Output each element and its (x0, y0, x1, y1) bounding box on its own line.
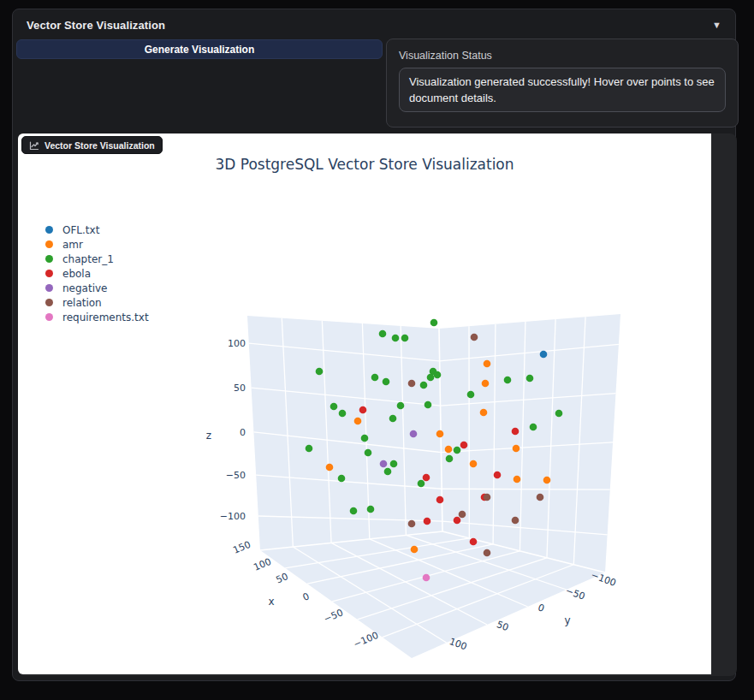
scatter-point-amr[interactable] (484, 360, 491, 368)
scatter-point-chapter_1[interactable] (338, 475, 346, 483)
scatter-point-chapter_1[interactable] (454, 447, 461, 454)
legend-dot (45, 284, 53, 292)
scatter-point-chapter_1[interactable] (424, 401, 432, 409)
scatter-point-relation[interactable] (537, 494, 544, 501)
scatter-point-amr[interactable] (354, 418, 362, 425)
scatter-point-chapter_1[interactable] (365, 449, 372, 457)
status-textbox[interactable]: Visualization generated successfully! Ho… (399, 68, 726, 112)
scatter-point-amr[interactable] (411, 546, 419, 554)
legend-item-amr[interactable]: amr (45, 237, 149, 252)
scatter-point-ebola[interactable] (460, 442, 468, 449)
scatter-point-amr[interactable] (445, 446, 453, 454)
scatter-point-chapter_1[interactable] (446, 455, 454, 463)
scatter-point-chapter_1[interactable] (350, 507, 358, 515)
scatter-point-OFL.txt[interactable] (540, 351, 548, 359)
scatter-point-amr[interactable] (480, 409, 488, 417)
scatter-point-chapter_1[interactable] (555, 410, 563, 418)
scatter-point-relation[interactable] (408, 380, 416, 388)
scatter-point-ebola[interactable] (359, 406, 367, 414)
legend-item-relation[interactable]: relation (45, 295, 149, 310)
x-axis-tick: −50 (322, 607, 344, 625)
y-axis-tick: −50 (564, 585, 586, 602)
scatter-point-ebola[interactable] (436, 496, 444, 504)
scatter-point-chapter_1[interactable] (467, 391, 475, 399)
plot-tab-label: Vector Store Visualization (45, 140, 155, 151)
legend-item-OFL.txt[interactable]: OFL.txt (45, 222, 149, 237)
scatter-point-amr[interactable] (436, 430, 444, 438)
scatter-point-chapter_1[interactable] (371, 374, 379, 382)
scatter-point-negative[interactable] (380, 460, 388, 468)
scatter-point-chapter_1[interactable] (430, 319, 438, 327)
scatter-point-chapter_1[interactable] (339, 410, 347, 418)
scatter-point-chapter_1[interactable] (316, 368, 324, 376)
scatter-point-amr[interactable] (470, 460, 478, 468)
scatter-point-relation[interactable] (408, 520, 416, 528)
z-axis-tick: 0 (240, 427, 246, 438)
scatter-point-chapter_1[interactable] (504, 377, 512, 384)
scatter-point-amr[interactable] (326, 464, 334, 472)
scatter-point-chapter_1[interactable] (401, 335, 409, 342)
accordion-header[interactable]: Vector Store Visualization ▼ (13, 9, 735, 40)
accordion-title: Vector Store Visualization (27, 19, 165, 32)
scatter-point-ebola[interactable] (512, 428, 519, 436)
scatter-point-chapter_1[interactable] (526, 375, 534, 383)
scatter-point-chapter_1[interactable] (330, 403, 338, 411)
legend-item-requirements.txt[interactable]: requirements.txt (45, 310, 149, 324)
scatter-point-ebola[interactable] (470, 538, 478, 546)
scatter-point-chapter_1[interactable] (367, 506, 375, 513)
visualization-status-group: Visualization Status Visualization gener… (386, 39, 739, 128)
legend-label: requirements.txt (62, 311, 149, 323)
scatter-point-chapter_1[interactable] (306, 445, 313, 453)
scatter-point-chapter_1[interactable] (383, 378, 390, 386)
scatter-point-chapter_1[interactable] (418, 480, 425, 488)
legend-dot (45, 255, 53, 263)
generate-visualization-button[interactable]: Generate Visualization (16, 39, 383, 59)
scatter-point-chapter_1[interactable] (427, 374, 435, 382)
scatter-point-chapter_1[interactable] (389, 415, 397, 423)
scatter-point-relation[interactable] (484, 549, 491, 557)
x-axis-tick: 50 (275, 571, 290, 585)
y-axis-label: y (564, 614, 570, 626)
scatter-point-relation[interactable] (471, 334, 478, 341)
scatter-point-chapter_1[interactable] (392, 335, 400, 342)
x-axis-tick: 100 (252, 556, 272, 573)
scatter-point-chapter_1[interactable] (434, 371, 442, 379)
y-axis-tick: 100 (448, 636, 468, 652)
legend-label: OFL.txt (62, 224, 99, 236)
scatter-point-chapter_1[interactable] (420, 382, 428, 389)
accordion-caret-icon[interactable]: ▼ (712, 20, 721, 30)
legend-dot (45, 299, 53, 306)
scatter-point-amr[interactable] (543, 477, 551, 484)
scatter-point-relation[interactable] (512, 517, 519, 525)
scatter-point-ebola[interactable] (424, 518, 431, 525)
legend-label: chapter_1 (62, 253, 114, 265)
legend-label: amr (62, 239, 83, 251)
scatter-point-relation[interactable] (484, 494, 491, 501)
legend-item-chapter_1[interactable]: chapter_1 (45, 252, 149, 266)
scatter-point-amr[interactable] (514, 476, 521, 483)
legend-item-negative[interactable]: negative (45, 281, 149, 295)
scatter-point-amr[interactable] (513, 445, 520, 453)
scatter-point-requirements.txt[interactable] (423, 574, 430, 582)
scatter-point-chapter_1[interactable] (379, 330, 387, 338)
scatter-point-chapter_1[interactable] (361, 435, 369, 442)
scatter-point-ebola[interactable] (494, 472, 502, 479)
scatter-point-chapter_1[interactable] (397, 402, 405, 410)
scatter-point-chapter_1[interactable] (530, 424, 537, 431)
scatter-point-chapter_1[interactable] (390, 460, 398, 468)
scatter-point-ebola[interactable] (454, 517, 461, 525)
gridline (442, 489, 610, 489)
scatter-point-chapter_1[interactable] (384, 468, 392, 476)
scatter-point-amr[interactable] (482, 380, 490, 388)
scatter-point-relation[interactable] (459, 511, 466, 519)
scatter-point-negative[interactable] (410, 430, 418, 438)
legend-dot (45, 226, 53, 234)
status-label: Visualization Status (387, 39, 738, 68)
plot-3d-scene[interactable]: 150100500−50−100−100−50050100100500−50−1… (18, 133, 711, 674)
x-axis-tick: −100 (352, 630, 380, 650)
x-axis-tick: 0 (301, 590, 312, 603)
z-axis-label: z (206, 430, 211, 442)
scatter-point-ebola[interactable] (423, 474, 430, 482)
y-axis-tick: 0 (537, 602, 546, 614)
legend-item-ebola[interactable]: ebola (45, 266, 149, 281)
